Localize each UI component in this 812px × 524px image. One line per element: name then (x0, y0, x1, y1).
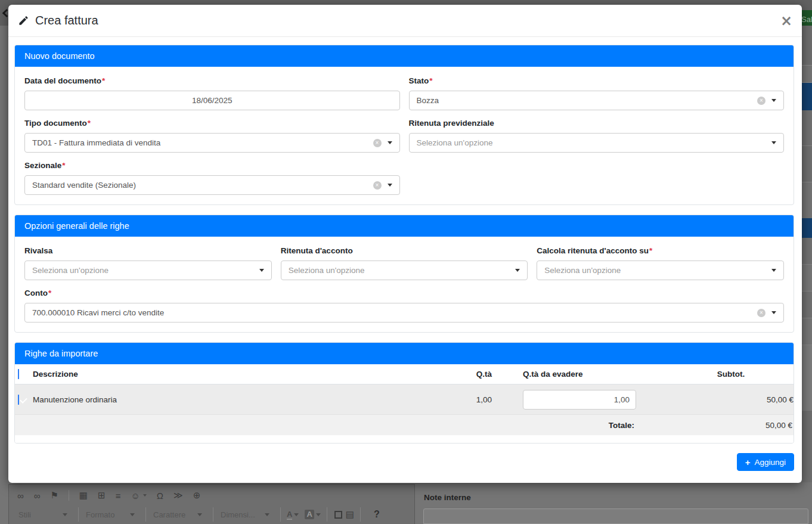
ritenuta-acconto-select[interactable]: Seleziona un'opzione (281, 261, 528, 280)
calcola-ritenuta-label: Calcola ritenuta d'acconto su* (537, 246, 784, 255)
help-icon[interactable]: ? (374, 509, 380, 520)
styles-dropdown[interactable]: Stili (17, 510, 72, 519)
col-qta: Q.tà (442, 370, 519, 379)
sezionale-select[interactable]: Standard vendite (Sezionale) × (24, 175, 400, 195)
editor-toolbar: ∞ ∞ ⚑ ▦ ⊞ ≡ ☺ Ω ≫ ⊕ Stili Formato (8, 484, 415, 524)
select-all-checkbox[interactable] (18, 369, 19, 379)
image-icon[interactable]: ▦ (79, 490, 88, 501)
page-break-icon[interactable]: ≫ (173, 490, 183, 501)
chevron-down-icon (515, 269, 520, 272)
modal-title: Crea fattura (35, 14, 98, 27)
col-subtot: Subtot. (668, 370, 794, 379)
stato-select[interactable]: Bozza × (409, 91, 785, 110)
new-document-card: Nuovo documento Data del documento* (14, 45, 794, 205)
total-value: 50,00 € (667, 421, 792, 430)
anchor-icon[interactable]: ⚑ (50, 490, 58, 501)
qty-to-fulfill-input[interactable] (523, 390, 636, 410)
field-data-documento: Data del documento* (24, 76, 400, 110)
table-row: Manutenzione ordinaria 1,00 50,00 € (15, 385, 794, 415)
format-dropdown[interactable]: Formato (85, 510, 140, 519)
field-conto: Conto* 700.000010 Ricavi merci c/to vend… (24, 289, 784, 323)
new-document-header: Nuovo documento (15, 45, 794, 67)
size-dropdown[interactable]: Dimensi... (219, 510, 274, 519)
tipo-documento-select[interactable]: TD01 - Fattura immediata di vendita × (24, 133, 400, 153)
hr-icon[interactable]: ≡ (116, 491, 121, 501)
table-header-row: Descrizione Q.tà Q.tà da evadere Subtot. (15, 364, 794, 385)
row-options-card: Opzioni generali delle righe Rivalsa Sel… (14, 215, 794, 333)
chevron-down-icon (388, 141, 392, 144)
close-icon[interactable]: × (780, 15, 792, 27)
plus-icon: + (745, 458, 751, 467)
pencil-icon (18, 15, 29, 26)
crea-fattura-modal: Crea fattura × Nuovo documento Data del … (8, 5, 802, 483)
data-documento-label: Data del documento* (24, 76, 400, 85)
table-total-row: Totale: 50,00 € (15, 415, 794, 435)
chevron-down-icon (259, 269, 264, 272)
chevron-down-icon (771, 269, 776, 272)
row-qty: 1,00 (442, 395, 519, 404)
rows-import-card: Righe da importare Descrizione Q.tà Q.tà… (14, 342, 794, 444)
add-row-button[interactable]: + Aggiungi (737, 453, 794, 471)
row-description: Manutenzione ordinaria (33, 395, 442, 404)
field-tipo-documento: Tipo documento* TD01 - Fattura immediata… (24, 119, 400, 153)
chevron-down-icon (771, 99, 776, 102)
field-ritenuta-previdenziale: Ritenuta previdenziale Seleziona un'opzi… (409, 119, 785, 153)
clear-icon[interactable]: × (373, 139, 382, 147)
calcola-ritenuta-select[interactable]: Seleziona un'opzione (537, 261, 784, 280)
maximize-icon[interactable] (334, 511, 342, 519)
font-dropdown[interactable]: Carattere (152, 510, 207, 519)
total-label: Totale: (15, 421, 667, 430)
show-blocks-icon[interactable]: ▤ (346, 509, 354, 520)
col-descrizione: Descrizione (33, 370, 442, 379)
conto-label: Conto* (24, 289, 784, 297)
sezionale-label: Sezionale* (24, 161, 400, 170)
modal-body: Nuovo documento Data del documento* (8, 37, 802, 471)
field-ritenuta-acconto: Ritenuta d'acconto Seleziona un'opzione (281, 246, 528, 280)
chevron-down-icon (388, 184, 392, 187)
field-stato: Stato* Bozza × (409, 76, 785, 110)
ritenuta-previdenziale-select[interactable]: Seleziona un'opzione (409, 133, 785, 153)
special-char-icon[interactable]: Ω (157, 491, 163, 501)
table-icon[interactable]: ⊞ (98, 490, 106, 501)
field-rivalsa: Rivalsa Seleziona un'opzione (24, 246, 272, 280)
col-qta-da-evadere: Q.tà da evadere (519, 370, 668, 379)
smiley-icon[interactable]: ☺ (131, 491, 140, 501)
rows-import-header: Righe da importare (15, 343, 794, 364)
rivalsa-select[interactable]: Seleziona un'opzione (24, 261, 272, 280)
rivalsa-label: Rivalsa (24, 246, 272, 255)
note-interne-label: Note interne (424, 493, 471, 502)
data-documento-input-wrap (24, 91, 400, 110)
field-calcola-ritenuta: Calcola ritenuta d'acconto su* Seleziona… (537, 246, 784, 280)
clear-icon[interactable]: × (373, 181, 382, 190)
chevron-down-icon (771, 141, 776, 144)
tipo-documento-label: Tipo documento* (24, 119, 400, 128)
clear-icon[interactable]: × (757, 309, 765, 317)
clear-icon[interactable]: × (757, 97, 765, 105)
text-color-icon[interactable]: A (287, 510, 292, 520)
link-icon[interactable]: ∞ (17, 491, 24, 501)
field-sezionale: Sezionale* Standard vendite (Sezionale) … (24, 161, 400, 195)
iframe-icon[interactable]: ⊕ (193, 490, 201, 501)
bg-color-icon[interactable]: A (305, 510, 314, 519)
note-interne-textarea[interactable] (423, 509, 808, 524)
ritenuta-previdenziale-label: Ritenuta previdenziale (409, 119, 785, 128)
conto-select[interactable]: 700.000010 Ricavi merci c/to vendite × (24, 303, 784, 323)
modal-header: Crea fattura × (8, 5, 802, 37)
screen: Salva ∞ ∞ ⚑ ▦ ⊞ ≡ ☺ Ω ≫ ⊕ (0, 0, 812, 524)
data-documento-input[interactable] (32, 91, 392, 110)
row-options-header: Opzioni generali delle righe (15, 215, 794, 237)
unlink-icon[interactable]: ∞ (34, 491, 41, 501)
chevron-down-icon (771, 311, 776, 314)
ritenuta-acconto-label: Ritenuta d'acconto (281, 246, 528, 255)
row-checkbox[interactable] (18, 395, 19, 405)
stato-label: Stato* (409, 76, 785, 85)
background-right-strip (802, 26, 812, 524)
row-subtotal: 50,00 € (668, 395, 794, 404)
